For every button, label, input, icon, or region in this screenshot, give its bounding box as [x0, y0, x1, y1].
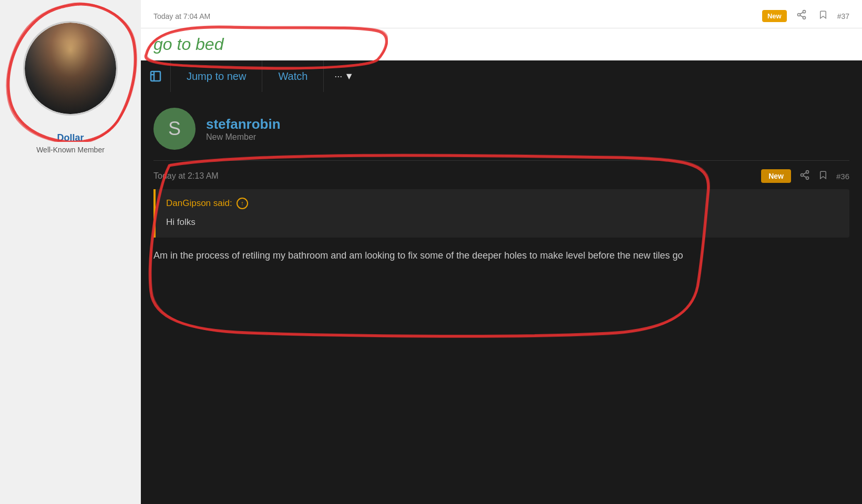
sidebar-username[interactable]: Dollar — [57, 132, 84, 143]
svg-point-6 — [806, 170, 808, 173]
second-post-user-info: stefanrobin New Member — [206, 116, 281, 142]
second-post-bookmark-button[interactable] — [818, 170, 828, 183]
expand-icon-button[interactable] — [141, 60, 170, 92]
svg-rect-5 — [151, 71, 160, 81]
first-post-bookmark-button[interactable] — [816, 8, 830, 24]
svg-point-0 — [803, 11, 805, 13]
dark-post-area: S stefanrobin New Member Today at 2:13 A… — [141, 92, 862, 504]
first-post-actions: New #37 — [762, 8, 849, 24]
main-content: Today at 7:04 AM New #37 go t — [141, 0, 862, 504]
jump-to-new-button[interactable]: Jump to new — [171, 60, 262, 92]
first-post-new-badge: New — [762, 10, 787, 22]
svg-line-3 — [800, 15, 803, 17]
second-post-avatar: S — [153, 108, 196, 150]
second-post-body: Am in the process of retiling my bathroo… — [153, 248, 849, 263]
watch-button[interactable]: Watch — [262, 60, 323, 92]
svg-point-8 — [806, 177, 808, 179]
first-post-header: Today at 7:04 AM New #37 — [141, 0, 862, 28]
sidebar: Dollar Well-Known Member — [0, 0, 141, 504]
svg-line-10 — [803, 172, 806, 174]
first-post-title: go to bed — [153, 35, 849, 54]
second-post: Today at 2:13 AM New — [153, 160, 849, 263]
second-post-user-row: S stefanrobin New Member — [153, 108, 849, 150]
quote-text: Hi folks — [166, 215, 839, 229]
quote-attribution: DanGipson said: ↑ — [166, 198, 839, 209]
more-dots: ··· — [334, 71, 342, 82]
dropdown-arrow: ▼ — [344, 71, 354, 82]
second-post-user-role: New Member — [206, 132, 281, 142]
second-post-share-button[interactable] — [799, 170, 810, 183]
second-post-actions: New — [761, 169, 849, 183]
svg-point-7 — [801, 173, 803, 176]
sidebar-user-role: Well-Known Member — [36, 146, 105, 154]
first-post-timestamp: Today at 7:04 AM — [153, 12, 210, 20]
second-post-number: #36 — [836, 172, 849, 181]
second-post-container: Today at 2:13 AM New — [153, 160, 849, 263]
user-avatar — [23, 21, 118, 116]
svg-point-2 — [803, 16, 805, 19]
second-post-timestamp: Today at 2:13 AM — [153, 171, 219, 181]
first-post-title-area: go to bed — [141, 28, 862, 60]
first-post-number: #37 — [837, 12, 849, 20]
first-post-share-button[interactable] — [794, 8, 809, 24]
quote-block: DanGipson said: ↑ Hi folks — [153, 189, 849, 238]
second-post-header: Today at 2:13 AM New — [153, 160, 849, 189]
toolbar: Jump to new Watch ··· ▼ — [141, 60, 862, 92]
more-options-button[interactable]: ··· ▼ — [324, 60, 364, 92]
second-post-new-badge: New — [761, 169, 791, 183]
quote-arrow-icon: ↑ — [237, 198, 248, 209]
second-post-username[interactable]: stefanrobin — [206, 116, 281, 132]
svg-line-4 — [800, 12, 803, 14]
svg-point-1 — [797, 14, 800, 16]
svg-line-9 — [803, 176, 806, 177]
